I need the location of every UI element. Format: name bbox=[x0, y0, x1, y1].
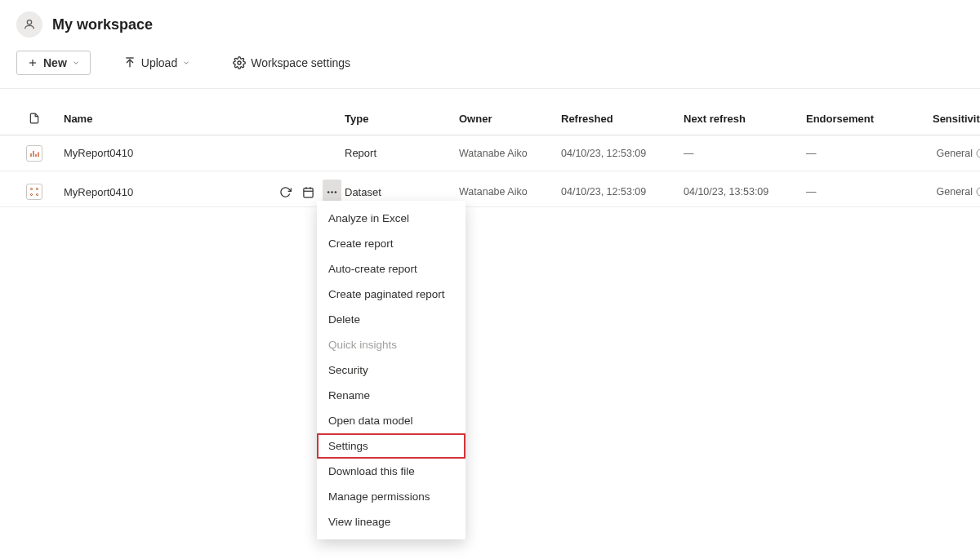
upload-button[interactable]: Upload bbox=[114, 51, 200, 74]
chevron-down-icon bbox=[182, 59, 190, 67]
svg-rect-17 bbox=[304, 188, 313, 197]
svg-point-24 bbox=[977, 188, 980, 196]
row-refreshed: 04/10/23, 12:53:09 bbox=[561, 186, 684, 197]
column-owner[interactable]: Owner bbox=[459, 113, 561, 125]
column-refreshed[interactable]: Refreshed bbox=[561, 113, 684, 125]
chevron-down-icon bbox=[72, 59, 80, 67]
file-icon bbox=[29, 112, 40, 125]
row-name[interactable]: MyReport0410 bbox=[64, 186, 276, 198]
gear-icon bbox=[233, 56, 246, 69]
upload-icon bbox=[123, 56, 136, 69]
table-header: Name Type Owner Refreshed Next refresh E… bbox=[0, 89, 980, 135]
menu-item-create-report[interactable]: Create report bbox=[317, 231, 466, 256]
menu-item-view-lineage[interactable]: View lineage bbox=[317, 509, 466, 535]
row-type-icon-cell bbox=[10, 184, 64, 200]
column-icon-header bbox=[10, 112, 64, 125]
svg-point-0 bbox=[27, 20, 31, 24]
row-name[interactable]: MyReport0410 bbox=[64, 147, 276, 159]
column-next-refresh[interactable]: Next refresh bbox=[684, 113, 806, 125]
svg-point-23 bbox=[335, 191, 337, 193]
svg-point-16 bbox=[37, 194, 38, 196]
schedule-refresh-button[interactable] bbox=[300, 180, 318, 204]
upload-button-label: Upload bbox=[141, 56, 177, 69]
svg-point-22 bbox=[331, 191, 333, 193]
row-type: Dataset bbox=[345, 186, 459, 198]
schedule-icon bbox=[302, 186, 314, 198]
page-header: My workspace bbox=[0, 0, 980, 44]
svg-point-21 bbox=[327, 191, 330, 193]
svg-point-10 bbox=[977, 149, 980, 157]
row-next-refresh: 04/10/23, 13:53:09 bbox=[684, 186, 806, 197]
row-sensitivity-label: General bbox=[937, 148, 973, 159]
row-endorsement: — bbox=[806, 148, 920, 159]
info-icon[interactable] bbox=[976, 187, 980, 197]
svg-point-15 bbox=[31, 194, 33, 196]
menu-item-auto-create-report[interactable]: Auto-create report bbox=[317, 256, 466, 282]
row-sensitivity: General bbox=[920, 186, 980, 197]
row-refreshed: 04/10/23, 12:53:09 bbox=[561, 148, 684, 159]
column-endorsement[interactable]: Endorsement bbox=[806, 113, 920, 125]
new-button[interactable]: New bbox=[16, 51, 91, 75]
new-button-label: New bbox=[43, 56, 67, 69]
row-endorsement: — bbox=[806, 186, 920, 197]
toolbar: New Upload Workspace settings bbox=[0, 44, 980, 89]
row-type: Report bbox=[345, 147, 459, 159]
column-type[interactable]: Type bbox=[345, 113, 459, 125]
workspace-title: My workspace bbox=[52, 16, 153, 33]
refresh-now-button[interactable] bbox=[276, 180, 295, 204]
row-sensitivity: General bbox=[920, 148, 980, 159]
svg-point-13 bbox=[31, 189, 33, 190]
row-sensitivity-label: General bbox=[937, 186, 973, 197]
menu-item-analyze-in-excel[interactable]: Analyze in Excel bbox=[317, 206, 466, 231]
menu-item-security[interactable]: Security bbox=[317, 357, 466, 383]
row-type-icon-cell bbox=[10, 145, 64, 162]
row-next-refresh: — bbox=[684, 148, 806, 159]
menu-item-open-data-model[interactable]: Open data model bbox=[317, 408, 466, 433]
row-owner: Watanabe Aiko bbox=[459, 148, 561, 159]
menu-item-download-this-file[interactable]: Download this file bbox=[317, 459, 466, 484]
more-horizontal-icon bbox=[326, 186, 338, 198]
row-owner: Watanabe Aiko bbox=[459, 186, 561, 197]
svg-point-14 bbox=[37, 189, 38, 190]
menu-item-settings[interactable]: Settings bbox=[317, 433, 466, 459]
info-icon[interactable] bbox=[976, 149, 980, 158]
menu-item-delete[interactable]: Delete bbox=[317, 307, 466, 332]
menu-item-manage-permissions[interactable]: Manage permissions bbox=[317, 484, 466, 509]
table-row[interactable]: MyReport0410DatasetWatanabe Aiko04/10/23… bbox=[0, 171, 980, 207]
svg-point-5 bbox=[238, 61, 241, 64]
menu-item-create-paginated-report[interactable]: Create paginated report bbox=[317, 282, 466, 307]
table-row[interactable]: MyReport0410ReportWatanabe Aiko04/10/23,… bbox=[0, 135, 980, 171]
menu-item-rename[interactable]: Rename bbox=[317, 383, 466, 408]
menu-item-quick-insights: Quick insights bbox=[317, 332, 466, 357]
context-menu: Analyze in ExcelCreate reportAuto-create… bbox=[317, 201, 466, 539]
workspace-settings-button[interactable]: Workspace settings bbox=[223, 51, 360, 74]
column-name[interactable]: Name bbox=[64, 113, 276, 125]
workspace-settings-label: Workspace settings bbox=[251, 56, 350, 69]
column-sensitivity[interactable]: Sensitivity bbox=[920, 113, 980, 125]
refresh-icon bbox=[279, 186, 292, 198]
plus-icon bbox=[27, 57, 38, 69]
dataset-icon bbox=[26, 184, 42, 200]
person-icon bbox=[23, 18, 36, 31]
workspace-avatar bbox=[16, 11, 42, 38]
content-table: Name Type Owner Refreshed Next refresh E… bbox=[0, 89, 980, 207]
report-icon bbox=[26, 145, 42, 162]
